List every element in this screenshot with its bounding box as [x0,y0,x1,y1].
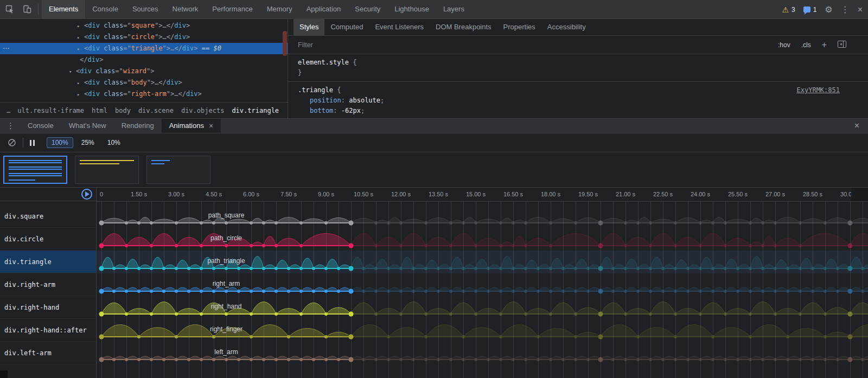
keyframe-dot[interactable] [362,358,365,361]
css-rule-header[interactable]: element.style { [298,57,868,68]
keyframe-dot[interactable] [399,267,403,270]
keyframe-dot[interactable] [537,290,540,293]
keyframe-dot[interactable] [598,221,603,226]
keyframe-dot[interactable] [786,290,789,293]
keyframe-dot[interactable] [362,267,365,270]
keyframe-dot[interactable] [324,312,328,316]
keyframe-dot[interactable] [387,335,390,338]
animation-target-div-left-arm[interactable]: div.left-arm [0,342,96,364]
keyframe-dot[interactable] [499,221,502,225]
keyframe-dot[interactable] [187,290,190,293]
tab-elements[interactable]: Elements [42,0,85,19]
keyframe-dot[interactable] [699,290,702,293]
keyframe-dot[interactable] [524,312,527,316]
keyframe-dot[interactable] [462,335,465,338]
keyframe-dot[interactable] [674,358,677,361]
keyframe-dot[interactable] [162,358,165,361]
animation-track-left_arm[interactable] [99,356,868,362]
dom-tree-node[interactable]: </div> [0,54,288,66]
keyframe-dot[interactable] [125,290,128,293]
keyframe-dot[interactable] [412,358,415,361]
keyframe-dot[interactable] [387,358,390,361]
animation-target-div-circle[interactable]: div.circle [0,228,96,251]
keyframe-dot[interactable] [299,267,303,270]
keyframe-dot[interactable] [799,267,802,270]
keyframe-dot[interactable] [337,267,340,270]
keyframe-dot[interactable] [574,312,577,316]
css-property-name[interactable]: bottom [310,107,333,114]
keyframe-dot[interactable] [262,244,265,247]
keyframe-dot[interactable] [686,290,690,293]
tab-performance[interactable]: Performance [205,0,259,19]
keyframe-dot[interactable] [724,312,727,316]
tab-network[interactable]: Network [165,0,206,19]
keyframe-dot[interactable] [649,290,652,293]
keyframe-dot[interactable] [287,335,290,338]
keyframe-dot[interactable] [225,290,228,293]
keyframe-dot[interactable] [287,358,290,361]
keyframe-dot[interactable] [574,290,577,293]
keyframe-dot[interactable] [824,267,827,270]
keyframe-dot[interactable] [137,267,141,270]
keyframe-dot[interactable] [175,244,178,247]
keyframe-dot[interactable] [674,244,677,247]
keyframe-dot[interactable] [312,358,315,361]
keyframe-dot[interactable] [761,290,764,293]
keyframe-dot[interactable] [125,312,128,316]
keyframe-dot[interactable] [574,221,577,225]
keyframe-dot[interactable] [374,290,378,293]
keyframe-dot[interactable] [499,312,502,316]
keyframe-dot[interactable] [374,221,378,225]
keyframe-dot[interactable] [861,358,864,361]
keyframe-dot[interactable] [736,358,739,361]
keyframe-dot[interactable] [112,358,116,361]
keyframe-dot[interactable] [649,267,652,270]
keyframe-dot[interactable] [549,221,552,225]
playback-rate-10[interactable]: 10% [103,137,125,148]
keyframe-dot[interactable] [724,244,727,247]
keyframe-dot[interactable] [324,290,328,293]
css-selector[interactable]: element.style [298,59,349,66]
keyframe-dot[interactable] [175,358,178,361]
keyframe-dot[interactable] [137,358,141,361]
keyframe-dot[interactable] [137,290,141,293]
keyframe-dot[interactable] [437,290,440,293]
keyframe-dot[interactable] [524,290,527,293]
keyframe-dot[interactable] [275,358,278,361]
keyframe-dot[interactable] [275,221,278,225]
sidebar-tab-event-listeners[interactable]: Event Listeners [369,19,430,35]
keyframe-dot[interactable] [99,312,104,317]
animations-timeline[interactable]: 01.50 s3.00 s4.50 s6.00 s7.50 s9.00 s10.… [0,187,868,378]
keyframe-dot[interactable] [399,312,403,316]
keyframe-dot[interactable] [200,290,203,293]
drawer-tab-console[interactable]: Console [20,119,61,133]
keyframe-dot[interactable] [598,357,603,362]
keyframe-dot[interactable] [150,312,153,316]
keyframe-dot[interactable] [200,221,203,225]
styles-filter-input[interactable] [298,41,461,49]
keyframe-dot[interactable] [699,244,702,247]
keyframe-dot[interactable] [449,244,452,247]
keyframe-dot[interactable] [711,290,714,293]
keyframe-dot[interactable] [150,244,153,247]
keyframe-dot[interactable] [537,267,540,270]
keyframe-dot[interactable] [449,358,452,361]
keyframe-dot[interactable] [699,221,702,225]
keyframe-dot[interactable] [848,266,853,271]
keyframe-dot[interactable] [99,244,104,248]
css-property[interactable]: bottom: -62px; [298,106,868,116]
sidebar-toggle-icon[interactable] [838,41,846,49]
keyframe-dot[interactable] [387,267,390,270]
keyframe-dot[interactable] [749,290,752,293]
keyframe-dot[interactable] [399,290,403,293]
animation-target-div-right-hand[interactable]: div.right-hand [0,296,96,319]
keyframe-dot[interactable] [137,221,141,225]
elements-scrollbar-thumb[interactable] [283,31,287,56]
breadcrumb-item-div-objects[interactable]: div.objects [177,107,228,114]
keyframe-dot[interactable] [499,290,502,293]
keyframe-dot[interactable] [674,335,677,338]
dom-tree-node[interactable]: ▸<div class="square">…</div> [0,20,288,31]
keyframe-dot[interactable] [287,290,290,293]
keyframe-dot[interactable] [225,244,228,247]
keyframe-dot[interactable] [125,267,128,270]
